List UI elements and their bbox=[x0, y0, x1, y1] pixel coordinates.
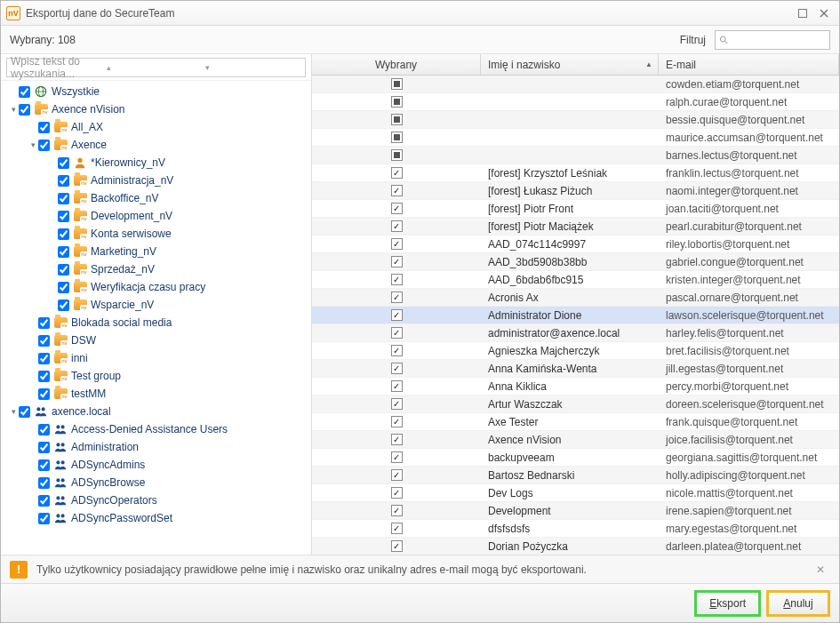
tree-item[interactable]: All_AX bbox=[1, 118, 311, 136]
row-checkbox[interactable] bbox=[391, 220, 403, 232]
table-row[interactable]: AAD_6bdab6fbc915kristen.integer@torquent… bbox=[312, 271, 839, 289]
table-row[interactable]: backupveeamgeorgiana.sagittis@torquent.n… bbox=[312, 449, 839, 467]
tree-checkbox[interactable] bbox=[58, 264, 69, 276]
table-row[interactable]: Acronis Axpascal.ornare@torquent.net bbox=[312, 289, 839, 307]
tree-item[interactable]: testMM bbox=[1, 385, 311, 403]
row-checkbox[interactable] bbox=[391, 416, 403, 427]
table-row[interactable]: ralph.curae@torquent.net bbox=[312, 93, 839, 111]
filter-input-wrap[interactable] bbox=[715, 30, 830, 50]
tree-checkbox[interactable] bbox=[58, 246, 69, 258]
row-checkbox-mixed[interactable] bbox=[391, 96, 403, 108]
row-checkbox[interactable] bbox=[391, 380, 403, 392]
tree-checkbox[interactable] bbox=[38, 371, 50, 382]
tree-checkbox[interactable] bbox=[19, 104, 30, 116]
tree-checkbox[interactable] bbox=[58, 300, 69, 311]
notice-close[interactable]: ✕ bbox=[811, 562, 830, 578]
row-checkbox[interactable] bbox=[391, 309, 403, 321]
tree-checkbox[interactable] bbox=[58, 211, 69, 222]
row-checkbox[interactable] bbox=[391, 487, 403, 499]
table-row[interactable]: Anna Kamińska-Wentajill.egestas@torquent… bbox=[312, 360, 839, 378]
table-row[interactable]: Artur Waszczakdoreen.scelerisque@torquen… bbox=[312, 395, 839, 413]
row-checkbox[interactable] bbox=[391, 345, 403, 356]
row-checkbox[interactable] bbox=[391, 523, 403, 534]
tree-checkbox[interactable] bbox=[38, 513, 50, 524]
col-selected[interactable]: Wybrany bbox=[312, 54, 481, 75]
table-row[interactable]: Dev Logsnicole.mattis@torquent.net bbox=[312, 484, 839, 502]
row-checkbox[interactable] bbox=[391, 398, 403, 410]
grid-body[interactable]: cowden.etiam@torquent.netralph.curae@tor… bbox=[312, 76, 839, 555]
maximize-button[interactable] bbox=[793, 5, 812, 21]
tree[interactable]: Wszystkie▾Axence nVisionAll_AX▾Axence*Ki… bbox=[1, 81, 311, 555]
tree-checkbox[interactable] bbox=[38, 122, 50, 133]
tree-item[interactable]: inni bbox=[1, 349, 311, 367]
row-checkbox[interactable] bbox=[391, 327, 403, 339]
tree-item[interactable]: Blokada social media bbox=[1, 314, 311, 331]
tree-checkbox[interactable] bbox=[38, 317, 50, 329]
tree-checkbox[interactable] bbox=[19, 86, 30, 98]
row-checkbox[interactable] bbox=[391, 451, 403, 463]
tree-item[interactable]: Marketing_nV bbox=[1, 243, 311, 260]
table-row[interactable]: AAD_3bd5908b38bbgabriel.congue@torquent.… bbox=[312, 253, 839, 271]
row-checkbox[interactable] bbox=[391, 540, 403, 552]
table-row[interactable]: Anna Kiklicapercy.morbi@torquent.net bbox=[312, 378, 839, 395]
tree-checkbox[interactable] bbox=[38, 424, 50, 435]
tree-item[interactable]: ADSyncBrowse bbox=[1, 474, 311, 491]
table-row[interactable]: Bartosz Bednarskiholly.adipiscing@torque… bbox=[312, 467, 839, 484]
chevron-up-icon[interactable]: ▴ bbox=[104, 63, 203, 72]
row-checkbox-mixed[interactable] bbox=[391, 149, 403, 161]
table-row[interactable]: [forest] Krzysztof Leśniakfranklin.lectu… bbox=[312, 164, 839, 182]
tree-checkbox[interactable] bbox=[19, 406, 30, 418]
tree-item[interactable]: Weryfikacja czasu pracy bbox=[1, 278, 311, 296]
tree-item[interactable]: Administration bbox=[1, 438, 311, 456]
row-checkbox[interactable] bbox=[391, 238, 403, 250]
row-checkbox[interactable] bbox=[391, 256, 403, 268]
tree-checkbox[interactable] bbox=[38, 495, 50, 507]
table-row[interactable]: cowden.etiam@torquent.net bbox=[312, 76, 839, 93]
table-row[interactable]: barnes.lectus@torquent.net bbox=[312, 147, 839, 164]
tree-item[interactable]: Sprzedaż_nV bbox=[1, 260, 311, 278]
tree-twisty[interactable]: ▾ bbox=[8, 407, 19, 416]
row-checkbox[interactable] bbox=[391, 292, 403, 303]
row-checkbox[interactable] bbox=[391, 505, 403, 516]
export-button[interactable]: Eksport bbox=[696, 592, 759, 615]
table-row[interactable]: Developmentirene.sapien@torquent.net bbox=[312, 502, 839, 520]
row-checkbox[interactable] bbox=[391, 363, 403, 374]
tree-item[interactable]: Access-Denied Assistance Users bbox=[1, 420, 311, 438]
row-checkbox[interactable] bbox=[391, 469, 403, 481]
row-checkbox[interactable] bbox=[391, 185, 403, 196]
tree-checkbox[interactable] bbox=[58, 193, 69, 204]
tree-search-input[interactable]: Wpisz tekst do wyszukania... ▴ ▾ bbox=[6, 58, 306, 77]
tree-checkbox[interactable] bbox=[38, 477, 50, 489]
table-row[interactable]: [forest] Łukasz Piżuchnaomi.integer@torq… bbox=[312, 182, 839, 200]
table-row[interactable]: bessie.quisque@torquent.net bbox=[312, 111, 839, 129]
tree-checkbox[interactable] bbox=[58, 282, 69, 293]
cancel-button[interactable]: Anuluj bbox=[768, 592, 828, 615]
tree-checkbox[interactable] bbox=[58, 157, 69, 169]
tree-item[interactable]: *Kierownicy_nV bbox=[1, 154, 311, 172]
tree-item[interactable]: ▾Axence bbox=[1, 136, 311, 154]
tree-item[interactable]: Test group bbox=[1, 367, 311, 385]
tree-item[interactable]: ▾axence.local bbox=[1, 403, 311, 420]
tree-twisty[interactable]: ▾ bbox=[28, 140, 38, 149]
tree-item[interactable]: ADSyncPasswordSet bbox=[1, 509, 311, 527]
close-button[interactable] bbox=[814, 5, 834, 21]
chevron-down-icon[interactable]: ▾ bbox=[203, 63, 301, 72]
tree-item[interactable]: Wsparcie_nV bbox=[1, 296, 311, 314]
row-checkbox-mixed[interactable] bbox=[391, 78, 403, 90]
table-row[interactable]: administrator@axence.localharley.felis@t… bbox=[312, 324, 839, 342]
table-row[interactable]: AAD_074c114c9997riley.lobortis@torquent.… bbox=[312, 236, 839, 253]
tree-checkbox[interactable] bbox=[38, 140, 50, 151]
col-name[interactable]: Imię i nazwisko bbox=[481, 54, 659, 75]
filter-input[interactable] bbox=[732, 33, 827, 47]
table-row[interactable]: Axence nVisionjoice.facilisis@torquent.n… bbox=[312, 431, 839, 449]
table-row[interactable]: Axe Testerfrank.quisque@torquent.net bbox=[312, 413, 839, 431]
tree-checkbox[interactable] bbox=[38, 335, 50, 347]
table-row[interactable]: Administrator Dionelawson.scelerisque@to… bbox=[312, 307, 839, 324]
tree-checkbox[interactable] bbox=[38, 353, 50, 364]
tree-item[interactable]: Administracja_nV bbox=[1, 172, 311, 189]
row-checkbox-mixed[interactable] bbox=[391, 114, 403, 125]
table-row[interactable]: dfsfsdsfsmary.egestas@torquent.net bbox=[312, 520, 839, 538]
tree-item[interactable]: Development_nV bbox=[1, 207, 311, 225]
row-checkbox[interactable] bbox=[391, 274, 403, 285]
tree-checkbox[interactable] bbox=[58, 175, 69, 187]
